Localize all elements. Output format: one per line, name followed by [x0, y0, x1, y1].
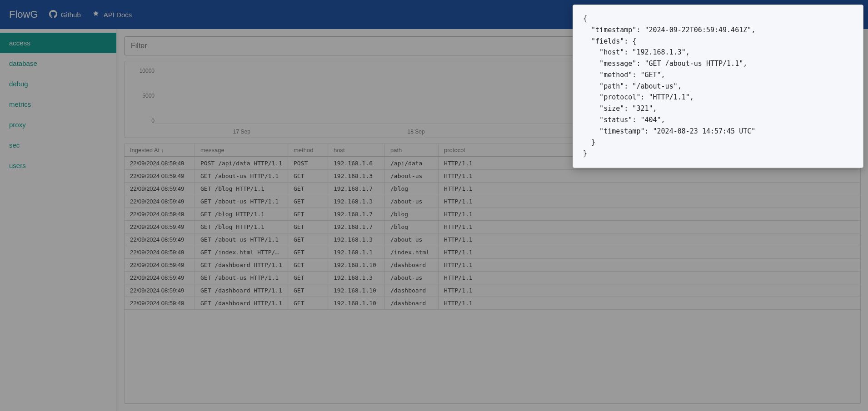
- sidebar-item-debug[interactable]: debug: [0, 74, 116, 94]
- cell-protocol: HTTP/1.1: [439, 195, 860, 208]
- cell-ingested_at: 22/09/2024 08:59:49: [125, 183, 195, 195]
- cell-protocol: HTTP/1.1: [439, 183, 860, 195]
- sidebar-item-access[interactable]: access: [0, 33, 116, 53]
- cell-host: 192.168.1.3: [328, 195, 385, 208]
- cell-path: /about-us: [385, 170, 439, 182]
- cell-path: /blog: [385, 208, 439, 220]
- api-icon: [92, 10, 104, 20]
- chart-y-tick: 5000: [142, 93, 155, 99]
- cell-protocol: HTTP/1.1: [439, 297, 860, 309]
- table-row[interactable]: 22/09/2024 08:59:49GET /about-us HTTP/1.…: [125, 170, 860, 183]
- filter-placeholder: Filter: [131, 42, 147, 50]
- cell-host: 192.168.1.10: [328, 259, 385, 271]
- cell-message: GET /dashboard HTTP/1.1: [195, 297, 288, 309]
- nav-github[interactable]: Github: [49, 10, 81, 20]
- cell-ingested_at: 22/09/2024 08:59:49: [125, 221, 195, 233]
- chart-x-tick: 18 Sep: [329, 129, 504, 135]
- cell-path: /blog: [385, 183, 439, 195]
- cell-host: 192.168.1.1: [328, 246, 385, 258]
- table-row[interactable]: 22/09/2024 08:59:49GET /blog HTTP/1.1GET…: [125, 208, 860, 221]
- column-header-path[interactable]: path: [385, 144, 439, 156]
- cell-protocol: HTTP/1.1: [439, 246, 860, 258]
- cell-host: 192.168.1.3: [328, 233, 385, 246]
- app-title: FlowG: [9, 9, 38, 20]
- table-row[interactable]: 22/09/2024 08:59:49GET /dashboard HTTP/1…: [125, 259, 860, 272]
- column-header-method[interactable]: method: [288, 144, 328, 156]
- sidebar-item-database[interactable]: database: [0, 53, 116, 74]
- chart-y-tick: 0: [151, 118, 155, 124]
- cell-protocol: HTTP/1.1: [439, 170, 860, 182]
- cell-ingested_at: 22/09/2024 08:59:49: [125, 195, 195, 208]
- cell-ingested_at: 22/09/2024 08:59:49: [125, 233, 195, 246]
- cell-host: 192.168.1.3: [328, 272, 385, 284]
- cell-message: GET /blog HTTP/1.1: [195, 183, 288, 195]
- table-row[interactable]: 22/09/2024 08:59:49GET /about-us HTTP/1.…: [125, 195, 860, 208]
- table-row[interactable]: 22/09/2024 08:59:49GET /about-us HTTP/1.…: [125, 272, 860, 284]
- cell-host: 192.168.1.10: [328, 297, 385, 309]
- log-detail-panel[interactable]: { "timestamp": "2024-09-22T06:59:49.461Z…: [573, 5, 863, 168]
- cell-ingested_at: 22/09/2024 08:59:49: [125, 246, 195, 258]
- cell-host: 192.168.1.7: [328, 183, 385, 195]
- cell-method: GET: [288, 195, 328, 208]
- cell-path: /api/data: [385, 157, 439, 169]
- cell-protocol: HTTP/1.1: [439, 284, 860, 297]
- sidebar-item-users[interactable]: users: [0, 155, 116, 176]
- cell-method: POST: [288, 157, 328, 169]
- cell-method: GET: [288, 208, 328, 220]
- column-header-ingested_at[interactable]: Ingested At↓: [125, 144, 195, 156]
- cell-message: GET /about-us HTTP/1.1: [195, 233, 288, 246]
- cell-ingested_at: 22/09/2024 08:59:49: [125, 208, 195, 220]
- cell-path: /about-us: [385, 195, 439, 208]
- nav-api-docs-label: API Docs: [104, 11, 132, 19]
- cell-host: 192.168.1.6: [328, 157, 385, 169]
- cell-path: /dashboard: [385, 284, 439, 297]
- cell-ingested_at: 22/09/2024 08:59:49: [125, 259, 195, 271]
- table-row[interactable]: 22/09/2024 08:59:49GET /dashboard HTTP/1…: [125, 284, 860, 297]
- cell-protocol: HTTP/1.1: [439, 221, 860, 233]
- cell-method: GET: [288, 221, 328, 233]
- cell-method: GET: [288, 183, 328, 195]
- sidebar-item-sec[interactable]: sec: [0, 135, 116, 155]
- cell-message: POST /api/data HTTP/1.1: [195, 157, 288, 169]
- github-icon: [49, 10, 61, 20]
- nav-github-label: Github: [61, 11, 81, 19]
- cell-protocol: HTTP/1.1: [439, 233, 860, 246]
- cell-host: 192.168.1.7: [328, 221, 385, 233]
- cell-host: 192.168.1.10: [328, 284, 385, 297]
- table-row[interactable]: 22/09/2024 08:59:49GET /blog HTTP/1.1GET…: [125, 221, 860, 233]
- log-table: Ingested At↓messagemethodhostpathprotoco…: [124, 144, 861, 404]
- cell-host: 192.168.1.7: [328, 208, 385, 220]
- column-header-message[interactable]: message: [195, 144, 288, 156]
- column-header-host[interactable]: host: [328, 144, 385, 156]
- cell-path: /index.html: [385, 246, 439, 258]
- table-row[interactable]: 22/09/2024 08:59:49GET /dashboard HTTP/1…: [125, 297, 860, 310]
- cell-ingested_at: 22/09/2024 08:59:49: [125, 272, 195, 284]
- table-row[interactable]: 22/09/2024 08:59:49GET /about-us HTTP/1.…: [125, 233, 860, 246]
- chart-x-tick: 17 Sep: [155, 129, 329, 135]
- cell-host: 192.168.1.3: [328, 170, 385, 182]
- cell-method: GET: [288, 233, 328, 246]
- cell-method: GET: [288, 259, 328, 271]
- table-row[interactable]: 22/09/2024 08:59:49GET /index.html HTTP/…: [125, 246, 860, 259]
- cell-method: GET: [288, 272, 328, 284]
- cell-message: GET /about-us HTTP/1.1: [195, 195, 288, 208]
- chart-y-tick: 10000: [140, 68, 155, 74]
- cell-message: GET /blog HTTP/1.1: [195, 208, 288, 220]
- cell-message: GET /about-us HTTP/1.1: [195, 272, 288, 284]
- nav-api-docs[interactable]: API Docs: [92, 10, 132, 20]
- cell-ingested_at: 22/09/2024 08:59:49: [125, 284, 195, 297]
- cell-path: /about-us: [385, 272, 439, 284]
- cell-method: GET: [288, 284, 328, 297]
- cell-method: GET: [288, 297, 328, 309]
- cell-path: /blog: [385, 221, 439, 233]
- cell-method: GET: [288, 170, 328, 182]
- table-row[interactable]: 22/09/2024 08:59:49GET /blog HTTP/1.1GET…: [125, 183, 860, 195]
- cell-method: GET: [288, 246, 328, 258]
- cell-message: GET /dashboard HTTP/1.1: [195, 284, 288, 297]
- sidebar-item-proxy[interactable]: proxy: [0, 114, 116, 135]
- cell-path: /dashboard: [385, 259, 439, 271]
- cell-protocol: HTTP/1.1: [439, 208, 860, 220]
- cell-ingested_at: 22/09/2024 08:59:49: [125, 170, 195, 182]
- sidebar-item-metrics[interactable]: metrics: [0, 94, 116, 114]
- cell-ingested_at: 22/09/2024 08:59:49: [125, 297, 195, 309]
